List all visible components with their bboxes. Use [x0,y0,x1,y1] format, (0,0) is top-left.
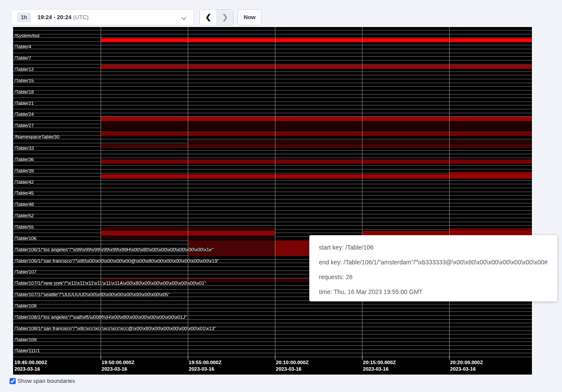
heat-band [101,159,532,164]
axis-tick [362,354,362,360]
x-axis-label: 20:15:00.000Z2023-03-16 [363,359,396,372]
axis-tick [275,354,275,360]
tooltip-line: requests: 28 [319,270,548,284]
time-gridline [449,27,450,360]
row-label: /Table/39 [14,168,34,173]
x-axis-label: 19:50:00.000Z2023-03-16 [102,359,134,372]
row-label: /Table/108/1/"los angeles"/"\xa8\xf5\u00… [14,314,187,320]
time-gridline [362,27,362,360]
duration-badge: 1h [17,13,31,22]
time-gridline [101,27,101,360]
row-label: /System/tsd [14,33,39,38]
row-label: /Table/27 [14,123,34,128]
row-label: /Table/106/1/"san francisco"/"\x80\x00\x… [14,258,219,264]
footer-controls: Show span boundaries [10,378,75,384]
heat-band [101,38,532,42]
row-label: /Table/33 [14,145,34,151]
prev-window-button[interactable]: ❮ [200,10,217,25]
axis-tick [188,354,188,360]
heat-band [101,122,532,130]
row-label: /Table/107 [14,269,37,274]
axis-tick [101,354,101,360]
row-label: /Table/24 [14,112,34,117]
show-span-boundaries-label: Show span boundaries [17,378,75,384]
key-visualizer-canvas[interactable]: /System/tsd/Table/4/Table/7/Table/12/Tab… [13,27,532,375]
time-range-selector[interactable]: 1h 19:24 - 20:24 (UTC) [11,9,194,25]
row-label: /Table/52 [14,213,34,218]
row-label: /Table/4 [14,44,31,49]
row-label: /Table/15 [14,78,34,83]
row-label: /NamespaceTable/30 [14,134,59,139]
utc-label: (UTC) [73,14,88,20]
heat-band [101,117,532,121]
heat-band [101,131,532,136]
row-label: /Table/18 [14,89,34,95]
row-label: /Table/111/1 [14,348,40,353]
row-label: /Table/109 [14,337,37,342]
time-gridline [275,27,275,360]
row-label: /Table/48 [14,202,34,207]
now-button[interactable]: Now [237,9,262,25]
row-label: /Table/107/1/"seattle"/"UUUUUUD\x00\x80\… [14,292,170,297]
tooltip-line: start key: /Table/106 [319,240,548,255]
row-label: /Table/106 [14,236,37,241]
row-label: /Table/7 [14,55,31,61]
chevron-down-icon [181,15,186,20]
row-label: /Table/107/1/"new york"/"\x11\x11\x11\x1… [14,280,206,286]
span-tooltip: start key: /Table/106end key: /Table/106… [309,235,557,301]
heat-band [101,174,532,179]
row-label: /Table/42 [14,179,34,185]
x-axis-label: 20:20:00.000Z2023-03-16 [450,359,483,372]
x-axis-label: 19:45:00.000Z2023-03-16 [14,359,47,372]
row-label: /Table/55 [14,224,34,230]
row-label: /Table/108/1/"san francisco"/"\x8c\xcc\x… [14,326,216,331]
row-label: /Table/12 [14,67,34,72]
row-label: /Table/36 [14,157,34,162]
row-label: /Table/21 [14,101,34,106]
show-span-boundaries-checkbox[interactable] [10,378,16,384]
row-label: /Table/45 [14,190,34,196]
time-range-label: 19:24 - 20:24 [37,14,71,20]
next-window-button[interactable]: ❯ [217,10,233,25]
row-label: /Table/106/1/"los angeles"/"\x99\x99\x99… [14,247,213,252]
time-gridline [188,27,188,360]
heat-band [188,140,532,144]
axis-tick [449,354,450,360]
tooltip-line: end key: /Table/106/1/"amsterdam"/"\xb33… [319,255,548,270]
tooltip-line: time: Thu, 16 Mar 2023 19:55:00 GMT [319,284,548,299]
x-axis-label: 19:55:00.000Z2023-03-16 [189,359,221,372]
time-nav-group: ❮ ❯ [200,9,234,25]
x-axis-label: 20:10:00.000Z2023-03-16 [276,359,308,372]
heat-band [101,144,532,148]
heat-band [101,65,532,69]
row-label: /Table/108 [14,303,37,308]
span-boundary-lines [13,30,532,357]
